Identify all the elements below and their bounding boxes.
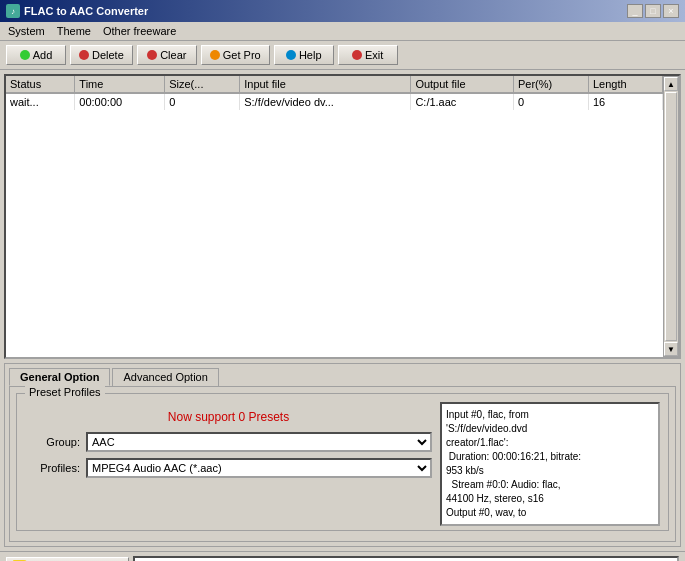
add-label: Add <box>33 49 53 61</box>
group-row: Group: AAC <box>25 432 432 452</box>
getpro-icon <box>210 50 220 60</box>
delete-button[interactable]: Delete <box>70 45 133 65</box>
cell-length: 16 <box>588 93 662 110</box>
help-icon <box>286 50 296 60</box>
scroll-thumb[interactable] <box>665 92 677 341</box>
getpro-button[interactable]: Get Pro <box>201 45 270 65</box>
menu-system[interactable]: System <box>6 24 47 38</box>
profiles-row: Profiles: MPEG4 Audio AAC (*.aac) <box>25 458 432 478</box>
file-table: Status Time Size(... Input file Output f… <box>6 76 663 110</box>
col-per: Per(%) <box>513 76 588 93</box>
tab-general[interactable]: General Option <box>9 368 110 386</box>
info-line-8: Output #0, wav, to <box>446 506 654 520</box>
window-controls: _ □ × <box>627 4 679 18</box>
add-icon <box>20 50 30 60</box>
clear-icon <box>147 50 157 60</box>
output-directory-button[interactable]: Output Directory ... <box>6 557 129 561</box>
clear-button[interactable]: Clear <box>137 45 197 65</box>
table-scrollbar[interactable]: ▲ ▼ <box>663 76 679 357</box>
col-size: Size(... <box>165 76 240 93</box>
cell-output: C:/1.aac <box>411 93 514 110</box>
tab-advanced[interactable]: Advanced Option <box>112 368 218 386</box>
getpro-label: Get Pro <box>223 49 261 61</box>
minimize-button[interactable]: _ <box>627 4 643 18</box>
cell-per: 0 <box>513 93 588 110</box>
output-bar: Output Directory ... C:/ <box>0 551 685 561</box>
delete-icon <box>79 50 89 60</box>
preset-group: Preset Profiles Now support 0 Presets Gr… <box>16 393 669 531</box>
col-length: Length <box>588 76 662 93</box>
cell-status: wait... <box>6 93 75 110</box>
maximize-button[interactable]: □ <box>645 4 661 18</box>
menu-other[interactable]: Other freeware <box>101 24 178 38</box>
group-select[interactable]: AAC <box>86 432 432 452</box>
menu-bar: System Theme Other freeware <box>0 22 685 41</box>
scroll-down-arrow[interactable]: ▼ <box>664 342 678 356</box>
menu-theme[interactable]: Theme <box>55 24 93 38</box>
cell-time: 00:00:00 <box>75 93 165 110</box>
info-line-3: creator/1.flac': <box>446 436 654 450</box>
exit-button[interactable]: Exit <box>338 45 398 65</box>
output-path-display: C:/ <box>133 556 679 561</box>
col-status: Status <box>6 76 75 93</box>
title-bar: ♪ FLAC to AAC Converter _ □ × <box>0 0 685 22</box>
scroll-up-arrow[interactable]: ▲ <box>664 77 678 91</box>
info-line-7: 44100 Hz, stereo, s16 <box>446 492 654 506</box>
info-line-2: 'S:/f/dev/video.dvd <box>446 422 654 436</box>
exit-label: Exit <box>365 49 383 61</box>
profiles-label: Profiles: <box>25 462 80 474</box>
tabs-row: General Option Advanced Option <box>9 368 676 386</box>
clear-label: Clear <box>160 49 186 61</box>
info-box: Input #0, flac, from 'S:/f/dev/video.dvd… <box>440 402 660 526</box>
table-row[interactable]: wait... 00:00:00 0 S:/f/dev/video dv... … <box>6 93 663 110</box>
app-icon: ♪ <box>6 4 20 18</box>
main-area: Status Time Size(... Input file Output f… <box>0 70 685 551</box>
preset-legend: Preset Profiles <box>25 386 105 398</box>
info-line-4: Duration: 00:00:16:21, bitrate: <box>446 450 654 464</box>
delete-label: Delete <box>92 49 124 61</box>
help-label: Help <box>299 49 322 61</box>
preset-support-text: Now support 0 Presets <box>25 410 432 424</box>
info-line-1: Input #0, flac, from <box>446 408 654 422</box>
options-area: General Option Advanced Option Preset Pr… <box>4 363 681 547</box>
preset-left: Now support 0 Presets Group: AAC Profile… <box>25 402 432 526</box>
info-line-6: Stream #0:0: Audio: flac, <box>446 478 654 492</box>
info-line-5: 953 kb/s <box>446 464 654 478</box>
add-button[interactable]: Add <box>6 45 66 65</box>
cell-size: 0 <box>165 93 240 110</box>
col-time: Time <box>75 76 165 93</box>
profiles-select[interactable]: MPEG4 Audio AAC (*.aac) <box>86 458 432 478</box>
group-label: Group: <box>25 436 80 448</box>
col-output: Output file <box>411 76 514 93</box>
file-table-container: Status Time Size(... Input file Output f… <box>4 74 681 359</box>
help-button[interactable]: Help <box>274 45 334 65</box>
tab-content: Preset Profiles Now support 0 Presets Gr… <box>9 386 676 542</box>
window-title: FLAC to AAC Converter <box>24 5 148 17</box>
close-button[interactable]: × <box>663 4 679 18</box>
toolbar: Add Delete Clear Get Pro Help Exit <box>0 41 685 70</box>
exit-icon <box>352 50 362 60</box>
cell-input: S:/f/dev/video dv... <box>240 93 411 110</box>
col-input: Input file <box>240 76 411 93</box>
